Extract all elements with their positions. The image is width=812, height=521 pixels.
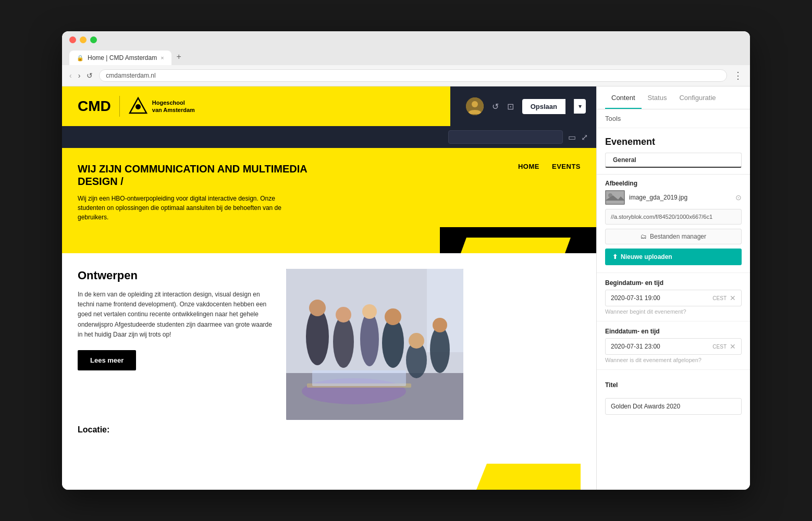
einddatum-tz: CEST [712,344,727,350]
school-logo-icon [128,96,148,116]
site-navigation: HOME EVENTS [518,163,581,170]
einddatum-section: Einddatum- en tijd 2020-07-31 23:00 CEST… [597,321,750,369]
tab-content[interactable]: Content [605,86,642,109]
svg-point-3 [472,101,478,107]
svg-point-8 [306,308,329,365]
preview-toolbar: ▭ ⤢ [62,126,596,148]
lees-meer-button[interactable]: Lees meer [78,350,136,370]
cms-general-tab[interactable]: General [605,153,742,168]
back-button[interactable]: ‹ [69,71,72,80]
cms-section-title: Evenement [597,128,750,153]
thumbnail-icon [605,190,625,205]
minimize-button[interactable] [80,36,87,43]
tab-status[interactable]: Status [642,86,673,109]
browser-tabs: 🔒 Home | CMD Amsterdam × + [69,48,743,65]
school-name: Hogeschool van Amsterdam [152,99,195,114]
browser-chrome: 🔒 Home | CMD Amsterdam × + [62,31,750,65]
svg-point-14 [382,318,404,368]
address-bar: ‹ › ↺ cmdamsterdam.nl ⋮ [62,65,750,86]
save-dropdown-icon[interactable]: ▾ [574,99,586,114]
section-title: Ontwerpen [78,269,276,282]
svg-point-13 [362,304,377,319]
einddatum-label: Einddatum- en tijd [605,328,742,335]
save-button[interactable]: Opslaan [522,99,565,114]
svg-point-18 [430,326,450,373]
svg-point-17 [409,333,424,349]
history-icon[interactable]: ↺ [492,102,499,111]
user-avatar[interactable] [466,97,484,115]
image-filename: image_gda_2019.jpg [629,194,731,201]
cms-tabs: Content Status Configuratie [597,86,750,109]
image-url-box: //a.storyblok.com/f/84520/1000x667/6c1 [605,209,742,225]
cms-header-right: ↺ ⊡ Opslaan ▾ [450,86,596,126]
begindatum-tz: CEST [712,295,727,301]
cms-tools: Tools [597,109,750,128]
mobile-view-icon[interactable]: ▭ [568,132,576,142]
tab-favicon: 🔒 [77,55,84,61]
content-row: Ontwerpen In de kern van de opleiding zi… [78,269,581,420]
tab-configuratie[interactable]: Configuratie [673,86,722,109]
preview-url-input[interactable] [448,130,563,144]
image-delete-icon[interactable]: ⊙ [735,193,742,202]
window-controls [69,36,743,43]
svg-point-15 [385,308,401,325]
section-text: In de kern van de opleiding zit interact… [78,290,276,340]
upload-button[interactable]: ⬆ Nieuwe uploaden [605,249,742,265]
einddatum-input[interactable]: 2020-07-31 23:00 CEST ✕ [605,338,742,355]
event-image [286,269,463,420]
nav-home[interactable]: HOME [518,163,539,170]
einddatum-value: 2020-07-31 23:00 [611,343,712,350]
logo-divider [119,96,120,117]
titel-input[interactable]: Golden Dot Awards 2020 [605,398,742,415]
svg-point-10 [333,316,354,368]
begindatum-value: 2020-07-31 19:00 [611,294,712,302]
hero-description: Wij zijn een HBO-ontwerpopleiding voor d… [78,194,286,222]
cms-panel: Content Status Configuratie Tools Evenem… [596,86,750,490]
titel-section: Titel Golden Dot Awards 2020 [597,369,750,415]
close-button[interactable] [69,36,76,43]
forward-button[interactable]: › [78,71,81,80]
tab-title: Home | CMD Amsterdam [88,54,157,61]
svg-point-9 [309,300,326,316]
begindatum-clear-icon[interactable]: ✕ [730,294,736,302]
einddatum-hint: Wanneer is dit evenement afgelopen? [605,357,742,363]
hero-section: HOME EVENTS WIJ ZIJN COMMUNICATION AND M… [62,148,596,253]
avatar-icon [466,97,484,115]
preview-icon[interactable]: ⊡ [507,102,514,111]
svg-point-12 [360,312,379,366]
main-content: Ontwerpen In de kern van de opleiding zi… [62,253,596,490]
hero-title: WIJ ZIJN COMMUNICATION AND MULTIMEDIA DE… [78,163,349,188]
nav-events[interactable]: EVENTS [552,163,581,170]
expand-view-icon[interactable]: ⤢ [581,132,588,142]
yellow-bottom-shape [476,464,581,490]
tab-close-icon[interactable]: × [161,55,164,61]
browser-more-icon[interactable]: ⋮ [733,70,743,81]
locatie-label: Locatie: [78,425,581,435]
active-tab[interactable]: 🔒 Home | CMD Amsterdam × [69,51,171,65]
url-input[interactable]: cmdamsterdam.nl [99,69,727,82]
browser-window: 🔒 Home | CMD Amsterdam × + ‹ › ↺ cmdamst… [62,31,750,490]
svg-rect-22 [312,370,406,386]
maximize-button[interactable] [90,36,97,43]
content-image [286,269,463,420]
begindatum-section: Begindatum- en tijd 2020-07-31 19:00 CES… [597,272,750,321]
titel-label: Titel [597,376,750,392]
begindatum-input[interactable]: 2020-07-31 19:00 CEST ✕ [605,290,742,306]
svg-point-19 [433,318,447,332]
image-row: image_gda_2019.jpg ⊙ [597,190,750,209]
cmd-logo: CMD [78,98,111,115]
reload-button[interactable]: ↺ [87,71,93,80]
svg-point-1 [136,104,141,109]
content-text-area: Ontwerpen In de kern van de opleiding zi… [78,269,276,420]
upload-icon: ⬆ [612,253,618,260]
begindatum-hint: Wanneer begint dit evenement? [605,308,742,315]
einddatum-clear-icon[interactable]: ✕ [730,342,736,351]
image-thumbnail [605,190,625,205]
cmd-header: CMD Hogeschool van Amsterdam [62,86,596,126]
svg-point-11 [336,307,351,322]
browser-content: CMD Hogeschool van Amsterdam [62,86,750,490]
website-preview: CMD Hogeschool van Amsterdam [62,86,596,490]
begindatum-label: Begindatum- en tijd [605,279,742,287]
file-manager-button[interactable]: 🗂 Bestanden manager [605,229,742,244]
new-tab-button[interactable]: + [171,48,187,65]
